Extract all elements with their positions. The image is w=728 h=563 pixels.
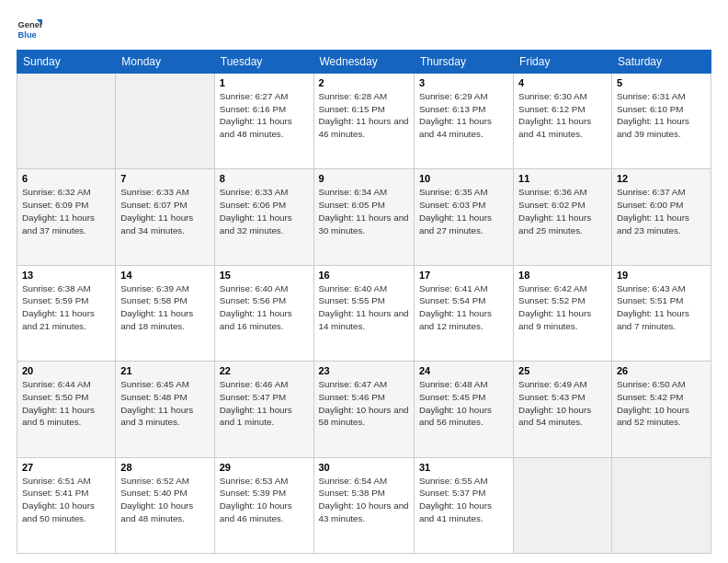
calendar-cell — [17, 74, 116, 169]
day-number: 27 — [22, 462, 110, 473]
calendar-cell — [611, 457, 711, 553]
calendar-header-saturday: Saturday — [611, 51, 711, 74]
day-number: 14 — [120, 270, 209, 281]
day-info: Sunrise: 6:55 AMSunset: 5:37 PMDaylight:… — [419, 475, 508, 525]
day-info: Sunrise: 6:44 AMSunset: 5:50 PMDaylight:… — [22, 378, 110, 429]
calendar-header-monday: Monday — [116, 51, 214, 74]
calendar-header-wednesday: Wednesday — [313, 51, 414, 74]
day-number: 17 — [419, 270, 508, 281]
calendar-cell: 24Sunrise: 6:48 AMSunset: 5:45 PMDayligh… — [414, 362, 513, 457]
day-info: Sunrise: 6:28 AMSunset: 6:15 PMDaylight:… — [319, 90, 409, 141]
calendar-cell: 20Sunrise: 6:44 AMSunset: 5:50 PMDayligh… — [17, 362, 116, 457]
calendar-cell: 22Sunrise: 6:46 AMSunset: 5:47 PMDayligh… — [214, 362, 313, 457]
calendar-cell: 3Sunrise: 6:29 AMSunset: 6:13 PMDaylight… — [414, 74, 513, 169]
day-number: 11 — [518, 173, 607, 184]
day-number: 19 — [617, 270, 706, 281]
day-info: Sunrise: 6:32 AMSunset: 6:09 PMDaylight:… — [22, 186, 110, 236]
day-info: Sunrise: 6:51 AMSunset: 5:41 PMDaylight:… — [22, 475, 110, 525]
calendar-cell: 6Sunrise: 6:32 AMSunset: 6:09 PMDaylight… — [17, 169, 116, 265]
day-info: Sunrise: 6:48 AMSunset: 5:45 PMDaylight:… — [419, 378, 508, 429]
day-number: 3 — [419, 77, 508, 88]
day-number: 28 — [120, 462, 209, 473]
day-number: 18 — [518, 270, 607, 281]
calendar-week-row: 1Sunrise: 6:27 AMSunset: 6:16 PMDaylight… — [17, 74, 711, 169]
calendar-week-row: 13Sunrise: 6:38 AMSunset: 5:59 PMDayligh… — [17, 265, 711, 361]
calendar-cell: 17Sunrise: 6:41 AMSunset: 5:54 PMDayligh… — [414, 265, 513, 361]
day-info: Sunrise: 6:27 AMSunset: 6:16 PMDaylight:… — [220, 90, 309, 141]
day-info: Sunrise: 6:45 AMSunset: 5:48 PMDaylight:… — [120, 378, 209, 429]
calendar-week-row: 20Sunrise: 6:44 AMSunset: 5:50 PMDayligh… — [17, 362, 711, 457]
svg-text:Blue: Blue — [18, 30, 37, 40]
day-number: 7 — [120, 173, 209, 184]
day-number: 10 — [419, 173, 508, 184]
calendar-cell: 25Sunrise: 6:49 AMSunset: 5:43 PMDayligh… — [514, 362, 612, 457]
day-number: 5 — [617, 77, 706, 88]
calendar-cell: 28Sunrise: 6:52 AMSunset: 5:40 PMDayligh… — [116, 457, 214, 553]
calendar-cell: 7Sunrise: 6:33 AMSunset: 6:07 PMDaylight… — [116, 169, 214, 265]
day-info: Sunrise: 6:33 AMSunset: 6:07 PMDaylight:… — [120, 186, 209, 236]
day-info: Sunrise: 6:54 AMSunset: 5:38 PMDaylight:… — [319, 475, 409, 525]
calendar-header-sunday: Sunday — [17, 51, 116, 74]
calendar-cell: 5Sunrise: 6:31 AMSunset: 6:10 PMDaylight… — [611, 74, 711, 169]
calendar-week-row: 6Sunrise: 6:32 AMSunset: 6:09 PMDaylight… — [17, 169, 711, 265]
calendar-cell — [116, 74, 214, 169]
day-number: 24 — [419, 365, 508, 376]
calendar-cell: 15Sunrise: 6:40 AMSunset: 5:56 PMDayligh… — [214, 265, 313, 361]
calendar-cell: 19Sunrise: 6:43 AMSunset: 5:51 PMDayligh… — [611, 265, 711, 361]
day-number: 30 — [319, 462, 409, 473]
day-info: Sunrise: 6:42 AMSunset: 5:52 PMDaylight:… — [518, 282, 607, 333]
calendar-cell: 2Sunrise: 6:28 AMSunset: 6:15 PMDaylight… — [313, 74, 414, 169]
day-info: Sunrise: 6:53 AMSunset: 5:39 PMDaylight:… — [220, 475, 309, 525]
calendar-cell: 12Sunrise: 6:37 AMSunset: 6:00 PMDayligh… — [611, 169, 711, 265]
day-info: Sunrise: 6:40 AMSunset: 5:56 PMDaylight:… — [220, 282, 309, 333]
calendar-header-tuesday: Tuesday — [214, 51, 313, 74]
day-info: Sunrise: 6:40 AMSunset: 5:55 PMDaylight:… — [319, 282, 409, 333]
day-info: Sunrise: 6:35 AMSunset: 6:03 PMDaylight:… — [419, 186, 508, 236]
calendar-cell: 21Sunrise: 6:45 AMSunset: 5:48 PMDayligh… — [116, 362, 214, 457]
calendar-cell: 14Sunrise: 6:39 AMSunset: 5:58 PMDayligh… — [116, 265, 214, 361]
calendar-cell: 16Sunrise: 6:40 AMSunset: 5:55 PMDayligh… — [313, 265, 414, 361]
calendar-week-row: 27Sunrise: 6:51 AMSunset: 5:41 PMDayligh… — [17, 457, 711, 553]
day-number: 15 — [220, 270, 309, 281]
day-number: 21 — [120, 365, 209, 376]
day-number: 20 — [22, 365, 110, 376]
day-info: Sunrise: 6:33 AMSunset: 6:06 PMDaylight:… — [220, 186, 309, 236]
day-number: 26 — [617, 365, 706, 376]
day-number: 8 — [220, 173, 309, 184]
calendar-table: SundayMondayTuesdayWednesdayThursdayFrid… — [17, 50, 711, 554]
day-number: 25 — [518, 365, 607, 376]
calendar-header-row: SundayMondayTuesdayWednesdayThursdayFrid… — [17, 51, 711, 74]
calendar-cell: 9Sunrise: 6:34 AMSunset: 6:05 PMDaylight… — [313, 169, 414, 265]
day-number: 9 — [319, 173, 409, 184]
day-info: Sunrise: 6:43 AMSunset: 5:51 PMDaylight:… — [617, 282, 706, 333]
day-number: 31 — [419, 462, 508, 473]
day-number: 16 — [319, 270, 409, 281]
calendar-header-thursday: Thursday — [414, 51, 513, 74]
calendar-cell: 13Sunrise: 6:38 AMSunset: 5:59 PMDayligh… — [17, 265, 116, 361]
calendar-cell: 4Sunrise: 6:30 AMSunset: 6:12 PMDaylight… — [514, 74, 612, 169]
day-number: 2 — [319, 77, 409, 88]
day-info: Sunrise: 6:46 AMSunset: 5:47 PMDaylight:… — [220, 378, 309, 429]
day-number: 4 — [518, 77, 607, 88]
day-number: 29 — [220, 462, 309, 473]
day-info: Sunrise: 6:41 AMSunset: 5:54 PMDaylight:… — [419, 282, 508, 333]
day-info: Sunrise: 6:29 AMSunset: 6:13 PMDaylight:… — [419, 90, 508, 141]
calendar-cell: 23Sunrise: 6:47 AMSunset: 5:46 PMDayligh… — [313, 362, 414, 457]
calendar-header-friday: Friday — [514, 51, 612, 74]
day-info: Sunrise: 6:52 AMSunset: 5:40 PMDaylight:… — [120, 475, 209, 525]
day-info: Sunrise: 6:30 AMSunset: 6:12 PMDaylight:… — [518, 90, 607, 141]
day-info: Sunrise: 6:37 AMSunset: 6:00 PMDaylight:… — [617, 186, 706, 236]
day-number: 22 — [220, 365, 309, 376]
day-number: 1 — [220, 77, 309, 88]
calendar-cell: 1Sunrise: 6:27 AMSunset: 6:16 PMDaylight… — [214, 74, 313, 169]
calendar-cell: 27Sunrise: 6:51 AMSunset: 5:41 PMDayligh… — [17, 457, 116, 553]
day-info: Sunrise: 6:31 AMSunset: 6:10 PMDaylight:… — [617, 90, 706, 141]
calendar-cell: 8Sunrise: 6:33 AMSunset: 6:06 PMDaylight… — [214, 169, 313, 265]
day-number: 12 — [617, 173, 706, 184]
day-number: 6 — [22, 173, 110, 184]
page-header: General Blue — [17, 17, 711, 42]
calendar-cell: 10Sunrise: 6:35 AMSunset: 6:03 PMDayligh… — [414, 169, 513, 265]
day-info: Sunrise: 6:47 AMSunset: 5:46 PMDaylight:… — [319, 378, 409, 429]
logo: General Blue — [17, 17, 44, 42]
day-number: 13 — [22, 270, 110, 281]
